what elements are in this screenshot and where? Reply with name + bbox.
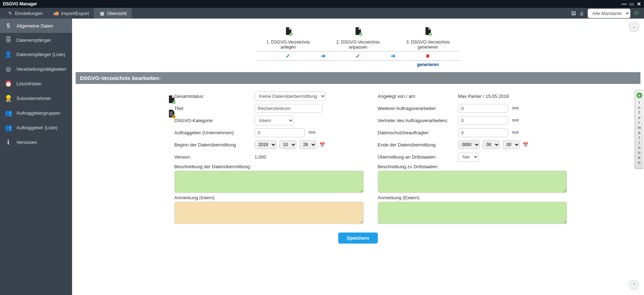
maximize-icon[interactable]: ▭ [629, 1, 634, 7]
end-month-select[interactable]: 00 [483, 140, 500, 149]
save-button[interactable]: Speichern [338, 232, 378, 244]
dpo-label: Datenschutzbeauftragter: [378, 130, 455, 135]
remark-extern-textarea[interactable] [378, 202, 567, 224]
main-content: ⌄ 1. DSGVO-Verzeichnisanlegen [72, 19, 644, 295]
info-side-tab[interactable]: + I n f o r m a t i o n e n [635, 90, 643, 169]
window-title-bar: DSGVO Manager — ▭ ✕ [0, 0, 644, 8]
sidebar-label: Datenempfänger [16, 38, 51, 43]
chevron-down-icon: ⌄ [632, 24, 636, 29]
sidebar-item-clients-list[interactable]: 👥Auftraggeber (Liste) [0, 120, 72, 135]
sidebar-item-deletion[interactable]: ⏰Löschfristen [0, 76, 72, 91]
start-month-select[interactable]: 10 [279, 140, 296, 149]
scroll-top-button[interactable]: ⌃ [629, 280, 639, 290]
document-edit-icon [353, 26, 362, 36]
sidebar-label: Auftraggebergruppen [16, 110, 60, 116]
lookup-icon[interactable]: 👓 [510, 129, 519, 136]
rep-input[interactable] [458, 116, 508, 125]
further-label: Weiterer Auftragsverarbeiter: [378, 106, 455, 111]
start-day-select[interactable]: 28 [299, 140, 316, 149]
step3-action-link[interactable]: generieren [417, 62, 439, 67]
sidebar-item-processing[interactable]: ◎Verarbeitungstätigkeiten [0, 62, 72, 76]
tab-settings[interactable]: ✎ Einstellungen [2, 8, 48, 19]
end-label: Ende der Datenübermittlung [378, 142, 455, 148]
version-label: Version: [174, 154, 251, 160]
sidebar-label: Subunternehmer [16, 96, 51, 101]
calendar-icon[interactable]: 📅 [523, 142, 528, 148]
people-icon: 👥 [4, 124, 12, 131]
desc-third-textarea[interactable] [378, 171, 567, 193]
sidebar-label: Allgemeine Daten [16, 23, 53, 29]
database-icon: 🗄 [4, 36, 12, 44]
end-year-select[interactable]: 0000 [458, 140, 480, 149]
document-up-icon [423, 26, 432, 36]
title-input[interactable] [255, 104, 323, 113]
remark-intern-textarea[interactable] [174, 202, 364, 224]
category-label: DSGVO-Kategorie: [174, 118, 251, 123]
wizard-steps: 1. DSGVO-Verzeichnisanlegen 2. DSGVO-Ver… [257, 25, 460, 69]
x-icon: ✖ [426, 53, 430, 59]
sidebar-item-subcontractors[interactable]: 👷Subunternehmer [0, 91, 72, 106]
print-icon[interactable]: 🖨 [579, 11, 584, 16]
mandant-select[interactable]: Alle Mandanten [588, 9, 630, 18]
step3-label1: 3. DSGVO-Verzeichnis [406, 40, 450, 45]
lookup-icon[interactable]: 👓 [510, 117, 519, 124]
paragraph-icon: § [4, 22, 12, 29]
step1-label2: anlegen [280, 45, 296, 50]
collapse-button[interactable]: ⌄ [629, 21, 639, 31]
minimize-icon[interactable]: — [622, 1, 627, 7]
lookup-icon[interactable]: 👓 [510, 105, 519, 112]
step2-label1: 2. DSGVO-Verzeichnis [336, 40, 380, 45]
status-select[interactable]: Keine Datenüberbermittlung [255, 91, 326, 101]
sidebar-item-clientgroups[interactable]: 👥Auftraggebergruppen [0, 106, 72, 120]
start-year-select[interactable]: 2019 [255, 140, 277, 149]
sidebar-label: Datenempfänger (Liste) [16, 52, 65, 57]
rep-label: Vertreter des Auftragsverarbeiters: [378, 118, 455, 123]
refresh-icon[interactable]: ⟳ [634, 10, 639, 17]
third-select[interactable]: Nein [458, 152, 479, 162]
created-value: Max Parker / 15.05.2018 [458, 94, 509, 99]
tab-overview[interactable]: ▦ Übersicht [94, 8, 132, 19]
category-select[interactable]: Intern [255, 116, 294, 125]
status-label: Gesamtstatus: [174, 94, 251, 99]
sidebar-label: Versionen [16, 140, 37, 145]
third-label: Übermittlung an Drittstaaten: [378, 154, 455, 160]
step3-label2: generieren [418, 45, 438, 50]
desc-third-label: Beschreibung zu Drittstaaten: [378, 164, 567, 169]
clock-icon: ⏰ [4, 80, 12, 88]
sidebar: §Allgemeine Daten 🗄Datenempfänger 👤Daten… [0, 19, 72, 295]
company-label: Auftraggeber (Unternehmen): [174, 130, 251, 135]
image-icon[interactable]: 🖼 [571, 11, 576, 16]
sidebar-item-versions[interactable]: ℹVersionen [0, 135, 72, 150]
plus-icon: + [637, 92, 642, 98]
start-label: Beginn der Datenübermittlung [174, 142, 251, 148]
desc-transfer-textarea[interactable] [174, 171, 364, 193]
created-label: Angelegt von / am: [378, 94, 455, 99]
arrow-right-icon: ➔ [321, 53, 325, 59]
dpo-input[interactable] [458, 128, 508, 137]
check-icon: ✔ [356, 53, 360, 59]
sidebar-item-recipients[interactable]: 🗄Datenempfänger [0, 33, 72, 47]
company-input[interactable] [255, 128, 305, 137]
remark-extern-label: Anmerkung (Extern): [378, 195, 567, 200]
sidebar-item-general[interactable]: §Allgemeine Daten [0, 19, 72, 33]
close-icon[interactable]: ✕ [637, 1, 641, 7]
step1-label1: 1. DSGVO-Verzeichnis [267, 40, 310, 45]
lookup-icon[interactable]: 👓 [307, 129, 316, 136]
tab-import-export-label: Import/Export [61, 11, 89, 16]
edit-icon: ✎ [7, 10, 13, 16]
check-icon: ✔ [286, 53, 290, 59]
sidebar-label: Verarbeitungstätigkeiten [16, 66, 66, 72]
section-title: DSGVO-Verzeichnis bearbeiten: [76, 72, 640, 84]
end-day-select[interactable]: 00 [503, 140, 520, 149]
version-value: 1.000 [255, 154, 267, 160]
sidebar-item-recipients-list[interactable]: 👤Datenempfänger (Liste) [0, 47, 72, 62]
top-toolbar: ✎ Einstellungen 🚚 Import/Export ▦ Übersi… [0, 8, 644, 19]
worker-icon: 👷 [4, 95, 12, 102]
tab-settings-label: Einstellungen [15, 11, 43, 16]
target-icon: ◎ [4, 65, 12, 73]
tab-import-export[interactable]: 🚚 Import/Export [48, 8, 94, 19]
calendar-icon[interactable]: 📅 [319, 142, 325, 148]
further-input[interactable] [458, 104, 508, 113]
sidebar-label: Löschfristen [16, 81, 41, 86]
tab-overview-label: Übersicht [107, 11, 127, 16]
